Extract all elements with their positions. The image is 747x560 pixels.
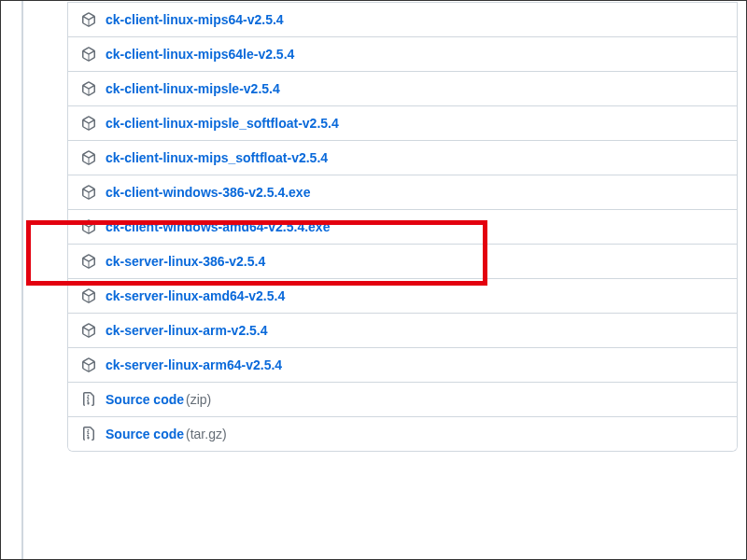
asset-link[interactable]: Source code <box>106 392 184 407</box>
asset-row: ck-client-windows-386-v2.5.4.exe <box>68 175 737 209</box>
asset-link[interactable]: ck-client-linux-mipsle-v2.5.4 <box>106 81 280 96</box>
package-icon <box>81 323 96 338</box>
asset-suffix: (zip) <box>186 392 211 407</box>
asset-link[interactable]: ck-server-linux-arm-v2.5.4 <box>106 323 268 338</box>
asset-link[interactable]: ck-server-linux-amd64-v2.5.4 <box>106 288 285 303</box>
package-icon <box>81 12 96 27</box>
package-icon <box>81 150 96 165</box>
asset-link[interactable]: ck-client-windows-amd64-v2.5.4.exe <box>106 219 330 234</box>
package-icon <box>81 254 96 269</box>
asset-row: ck-server-linux-arm-v2.5.4 <box>68 313 737 347</box>
asset-link[interactable]: ck-client-linux-mips_softfloat-v2.5.4 <box>106 150 328 165</box>
asset-list: ck-client-linux-mips64-v2.5.4ck-client-l… <box>67 2 738 452</box>
package-icon <box>81 357 96 372</box>
asset-link[interactable]: ck-client-linux-mips64le-v2.5.4 <box>106 47 294 62</box>
asset-row: ck-server-linux-386-v2.5.4 <box>68 244 737 278</box>
package-icon <box>81 219 96 234</box>
asset-row: ck-server-linux-arm64-v2.5.4 <box>68 347 737 382</box>
asset-row: Source code(tar.gz) <box>68 416 737 451</box>
release-assets-container: ck-client-linux-mips64-v2.5.4ck-client-l… <box>0 0 747 452</box>
asset-row: ck-client-linux-mipsle-v2.5.4 <box>68 71 737 105</box>
asset-link[interactable]: ck-client-linux-mipsle_softfloat-v2.5.4 <box>106 116 339 131</box>
file-zip-icon <box>81 392 96 407</box>
timeline-bar <box>21 0 23 560</box>
asset-link[interactable]: ck-server-linux-arm64-v2.5.4 <box>106 357 282 372</box>
asset-link[interactable]: ck-client-linux-mips64-v2.5.4 <box>106 12 284 27</box>
asset-link[interactable]: ck-client-windows-386-v2.5.4.exe <box>106 185 310 200</box>
asset-row: ck-server-linux-amd64-v2.5.4 <box>68 278 737 313</box>
package-icon <box>81 185 96 200</box>
asset-row: Source code(zip) <box>68 382 737 416</box>
asset-link[interactable]: Source code <box>106 427 184 441</box>
asset-row: ck-client-linux-mips_softfloat-v2.5.4 <box>68 140 737 175</box>
package-icon <box>81 81 96 96</box>
package-icon <box>81 116 96 131</box>
package-icon <box>81 47 96 62</box>
asset-row: ck-client-linux-mipsle_softfloat-v2.5.4 <box>68 105 737 140</box>
package-icon <box>81 288 96 303</box>
asset-row: ck-client-windows-amd64-v2.5.4.exe <box>68 209 737 244</box>
asset-row: ck-client-linux-mips64le-v2.5.4 <box>68 36 737 71</box>
asset-link[interactable]: ck-server-linux-386-v2.5.4 <box>106 254 265 269</box>
asset-row: ck-client-linux-mips64-v2.5.4 <box>68 2 737 36</box>
asset-suffix: (tar.gz) <box>186 427 227 441</box>
file-zip-icon <box>81 427 96 441</box>
